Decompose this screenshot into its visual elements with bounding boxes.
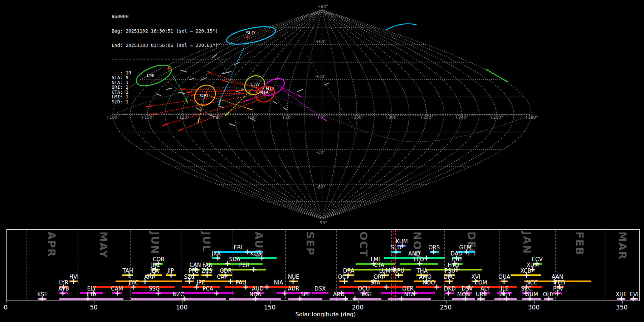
lat-label: +60°: [316, 39, 326, 44]
shower-count-list: ...: 19STA: 9NTA: 3ORI: 2CTA: 1LMI: 1SLD…: [112, 70, 227, 104]
month-boundary-may: [78, 230, 78, 301]
sporadic-meteor: [273, 101, 277, 103]
shower-code-cap: CAP: [217, 274, 228, 280]
shower-count-cta: CTA: 1: [112, 90, 227, 95]
axis-tick-label: 0: [4, 304, 8, 311]
lon-label: +150°: [141, 115, 154, 120]
session-end: End: 20251103 03:56:06 (sol = 220.63°): [112, 43, 227, 48]
station-id: BG000H: [112, 14, 227, 19]
shower-code-dsx: DSX: [314, 286, 326, 292]
axis-tick: [446, 301, 447, 303]
radiant-label-sld: SLD: [246, 30, 255, 35]
month-label-apr: APR: [46, 231, 57, 257]
shower-count-lmi: LMI: 1: [112, 94, 227, 99]
month-label-oct: OCT: [358, 231, 369, 257]
sporadic-meteor: [297, 89, 303, 92]
shower-bar-pca: [182, 292, 234, 294]
meteor-segment: [178, 129, 182, 131]
x-axis-title: Solar longitude (deg): [272, 311, 379, 318]
sporadic-meteor: [324, 83, 329, 85]
radiant-ellipse-sld: [225, 23, 277, 48]
month-boundary-oct: [336, 230, 337, 301]
axis-tick: [6, 301, 6, 303]
axis-tick: [182, 301, 182, 303]
meteor-segment: [298, 95, 302, 97]
axis-tick-label: 150: [264, 304, 275, 311]
radiant-sky-map: +SLD+LMI+ORI+CTA+NTA+STA+90°-90°+60°+30°…: [0, 0, 644, 229]
month-label-jul: JUL: [201, 231, 212, 253]
pole-label-south: -90°: [318, 220, 327, 225]
lat-label: +30°: [316, 74, 326, 79]
lon-label: +240°: [455, 115, 468, 120]
session-begin: Beg: 20251102 16:30:51 (sol = 220.15°): [112, 29, 227, 34]
lat-label: -30°: [317, 150, 326, 155]
shower-code-cta: CTA: [374, 263, 384, 268]
lon-label: +180°: [106, 115, 119, 120]
lon-label: +30°: [282, 115, 292, 120]
shower-code-aur: AUR: [288, 286, 299, 292]
shower-code-pca: PCA: [203, 286, 213, 292]
axis-tick: [270, 301, 270, 303]
shower-code-nia: NIA: [274, 280, 283, 286]
shower-bar-spe: [288, 298, 322, 300]
shower-bar-sda: [207, 263, 263, 265]
meteor-segment: [248, 108, 252, 110]
lon-label: +90°: [212, 115, 223, 120]
meteor-segment: [198, 118, 199, 123]
lon-label: +210°: [490, 115, 503, 120]
month-label-jan: JAN: [522, 231, 532, 254]
lon-label: +60°: [247, 115, 258, 120]
activity-timeline-panel: APRMAYJUNJULAUGSEPOCTNOVDECJANFEBMARKUM+…: [6, 229, 640, 301]
session-header: BG000H Beg: 20251102 16:30:51 (sol = 220…: [112, 4, 227, 114]
lon-label: +330°: [350, 115, 364, 120]
shower-bar-sta: [339, 286, 411, 288]
shower-bar-ari: [116, 280, 182, 282]
shower-code-eri: ERI: [234, 245, 242, 250]
radiant-label-cta: CTA: [250, 82, 259, 87]
lat-label: +0°: [317, 115, 325, 120]
meteor-segment: [163, 124, 167, 126]
shower-code-noo: NOO: [423, 280, 435, 286]
month-boundary-jul: [181, 230, 181, 301]
grid-meridian: [235, 10, 322, 219]
lat-label: -60°: [317, 185, 326, 190]
shower-bar-nta: [388, 298, 431, 300]
shower-code-nta: NTA: [404, 292, 414, 297]
shower-code-and: AND: [408, 251, 420, 257]
axis-tick-label: 300: [528, 304, 540, 311]
header-divider: [112, 59, 227, 59]
axis-tick-label: 200: [352, 304, 364, 311]
month-label-may: MAY: [98, 231, 109, 259]
month-label-mar: MAR: [617, 231, 628, 260]
radiant-wrap-arc: [386, 24, 416, 30]
shower-bar-eta: [59, 298, 123, 300]
shower-code-per: PER: [239, 263, 249, 268]
axis-tick-label: 350: [616, 304, 628, 311]
radiant-wrap-arc: [487, 69, 508, 82]
lon-label: +270°: [420, 115, 433, 120]
month-label-feb: FEB: [574, 231, 585, 256]
meteor-segment: [245, 100, 249, 101]
shower-count-sta: STA: 9: [112, 75, 227, 80]
sporadic-meteor: [284, 108, 287, 110]
month-boundary-apr: [26, 230, 26, 301]
shower-bar-dsx: [312, 292, 328, 294]
axis-tick: [622, 301, 623, 303]
axis-tick: [534, 301, 535, 303]
shower-count-nta: NTA: 3: [112, 80, 227, 85]
month-label-sep: SEP: [305, 231, 316, 256]
lon-label: +180°: [525, 115, 538, 120]
lon-label: +300°: [385, 115, 398, 120]
month-boundary-mar: [605, 230, 605, 301]
shower-count-ori: ORI: 2: [112, 85, 227, 90]
shower-code-ege: EGE: [362, 292, 373, 297]
shower-bar-ssg: [132, 292, 177, 294]
axis-tick: [358, 301, 358, 303]
radiant-label-sta: STA: [260, 90, 269, 95]
sporadic-trail: [307, 55, 355, 130]
pole-label-north: +90°: [317, 4, 328, 9]
shower-code-com: COM: [474, 280, 487, 286]
shower-code-sta: STA: [370, 280, 380, 286]
shower-bar-nzc: [131, 298, 226, 300]
month-boundary-aug: [233, 230, 233, 301]
